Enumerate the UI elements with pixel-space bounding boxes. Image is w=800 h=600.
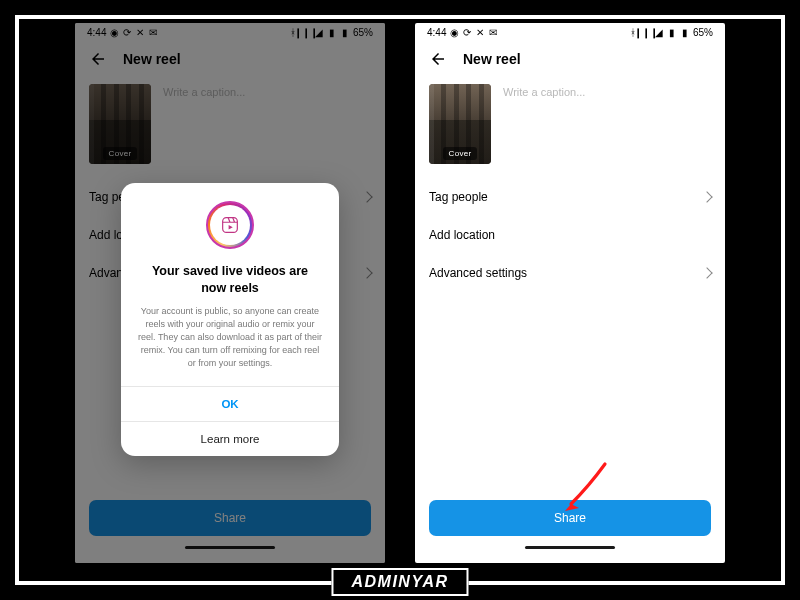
- home-indicator: [525, 546, 615, 550]
- caption-input[interactable]: Write a caption...: [503, 84, 711, 164]
- menu-advanced-settings[interactable]: Advanced settings: [415, 254, 725, 292]
- menu-label: Tag people: [429, 190, 488, 204]
- back-button[interactable]: [429, 50, 447, 68]
- cover-thumbnail[interactable]: Cover: [429, 84, 491, 164]
- status-bar: 4:44 ◉ ⟳ ✕ ✉ ᚼ ❙❙❙ ◢ ▮ ▮ 65%: [415, 23, 725, 42]
- menu-label: Advanced settings: [429, 266, 527, 280]
- menu-label: Add location: [429, 228, 495, 242]
- chevron-right-icon: [701, 191, 712, 202]
- mail-icon: ✉: [488, 28, 498, 38]
- menu-tag-people[interactable]: Tag people: [415, 178, 725, 216]
- modal-icon-ring: [206, 201, 254, 249]
- wifi-icon: ◢: [654, 28, 664, 38]
- status-battery: 65%: [693, 27, 713, 38]
- menu-add-location[interactable]: Add location: [415, 216, 725, 254]
- sync-icon: ⟳: [462, 28, 472, 38]
- phone-left: 4:44 ◉ ⟳ ✕ ✉ ᚼ ❙❙❙ ◢ ▮ ▮ 65% New reel: [75, 23, 385, 563]
- vibrate-icon: ❙❙❙: [641, 28, 651, 38]
- phone-right: 4:44 ◉ ⟳ ✕ ✉ ᚼ ❙❙❙ ◢ ▮ ▮ 65% New reel: [415, 23, 725, 563]
- battery-icon: ▮: [680, 28, 690, 38]
- modal-title: Your saved live videos are now reels: [121, 263, 339, 305]
- x-icon: ✕: [475, 28, 485, 38]
- reels-icon: [219, 214, 241, 236]
- header: New reel: [415, 42, 725, 76]
- chevron-right-icon: [701, 267, 712, 278]
- reels-info-modal: Your saved live videos are now reels You…: [121, 183, 339, 456]
- page-title: New reel: [463, 51, 521, 67]
- signal-icon: ▮: [667, 28, 677, 38]
- modal-ok-button[interactable]: OK: [121, 386, 339, 421]
- thumb-label: Cover: [443, 147, 478, 160]
- share-button[interactable]: Share: [429, 500, 711, 536]
- watermark-label: ADMINYAR: [331, 568, 468, 596]
- svg-rect-0: [223, 218, 238, 233]
- modal-body: Your account is public, so anyone can cr…: [121, 305, 339, 386]
- arrow-left-icon: [429, 50, 447, 68]
- tutorial-frame: 4:44 ◉ ⟳ ✕ ✉ ᚼ ❙❙❙ ◢ ▮ ▮ 65% New reel: [15, 15, 785, 585]
- status-time: 4:44: [427, 27, 446, 38]
- modal-learn-more-button[interactable]: Learn more: [121, 421, 339, 456]
- whatsapp-icon: ◉: [449, 28, 459, 38]
